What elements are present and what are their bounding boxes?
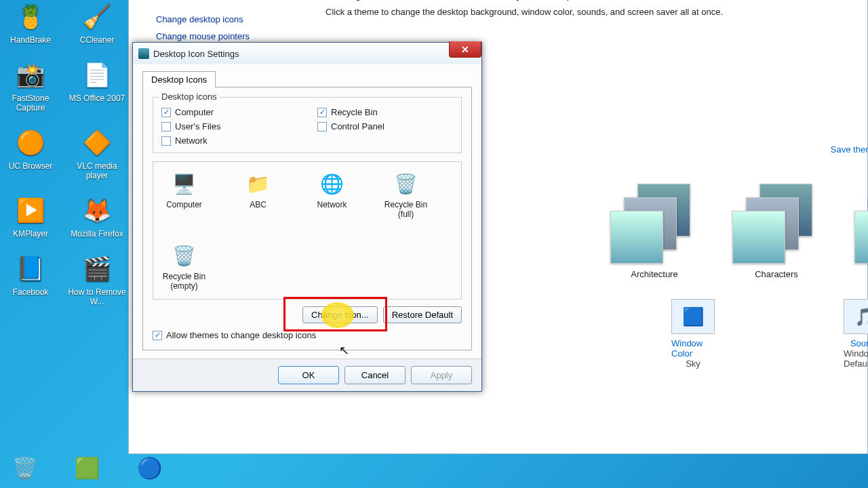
link-change-mouse-pointers[interactable]: Change mouse pointers <box>156 31 250 41</box>
app-icon: 🟠 <box>14 126 47 159</box>
app-icon: 📸 <box>14 58 47 91</box>
app-icon: ▶️ <box>14 194 47 226</box>
bottom-item[interactable]: 🟦Window ColorSky <box>671 299 715 369</box>
desktop-icon-settings-dialog: Desktop Icon Settings ✕ Desktop Icons De… <box>132 42 482 392</box>
icon-preview-label: Recycle Bin (empty) <box>159 272 210 291</box>
icon-preview-grid: 🖥️Computer📁ABC🌐Network🗑️Recycle Bin (ful… <box>153 161 462 300</box>
theme-thumb <box>732 184 821 265</box>
icon-item[interactable]: 🗑️Recycle Bin (empty) <box>159 242 210 291</box>
icon-item[interactable]: 📁ABC <box>233 170 283 219</box>
icon-preview-label: Network <box>317 200 347 209</box>
theme-label: Architecture <box>631 269 677 279</box>
desktop-icon[interactable]: 🧹CCleaner <box>71 0 123 45</box>
taskbar-icon[interactable]: 🔵 <box>133 451 165 484</box>
bottom-sublabel: Sky <box>686 359 701 369</box>
checkbox-label: Computer <box>175 107 214 117</box>
app-icon: 🍍 <box>14 0 47 33</box>
app-icon: 📘 <box>14 252 47 285</box>
dialog-title: Desktop Icon Settings <box>153 49 239 59</box>
icon-preview-icon: 🗑️ <box>393 170 420 197</box>
checkbox[interactable] <box>317 122 327 131</box>
checkbox-row: ✓Recycle Bin <box>317 107 453 117</box>
app-label: How to Remove W... <box>66 287 127 306</box>
tab-desktop-icons[interactable]: Desktop Icons <box>142 71 216 87</box>
checkbox[interactable]: ✓ <box>161 108 171 117</box>
app-label: Facebook <box>0 287 61 297</box>
apply-button[interactable]: Apply <box>411 366 472 384</box>
icon-preview-label: Computer <box>166 200 202 209</box>
app-label: VLC media player <box>66 161 127 180</box>
app-label: MS Office 2007 <box>66 94 127 103</box>
app-label: Mozilla Firefox <box>66 229 127 239</box>
desktop-icon[interactable]: 📄MS Office 2007 <box>71 58 123 113</box>
taskbar-icon[interactable]: 🟩 <box>71 451 103 484</box>
allow-themes-label: Allow themes to change desktop icons <box>166 330 316 340</box>
icon-item[interactable]: 🌐Network <box>307 170 357 219</box>
icon-button-row: Change Icon... Restore Default <box>153 306 462 323</box>
app-label: FastStone Capture <box>0 94 61 113</box>
desktop-icon[interactable]: 🍍HandBrake <box>4 0 57 45</box>
icon-preview-label: ABC <box>250 200 267 209</box>
allow-themes-checkbox[interactable]: ✓ <box>153 331 162 340</box>
app-label: UC Browser <box>0 161 61 171</box>
close-button[interactable]: ✕ <box>449 41 481 58</box>
group-title: Desktop icons <box>159 92 220 102</box>
restore-default-button[interactable]: Restore Default <box>383 306 462 323</box>
theme-item[interactable]: Architecture <box>610 184 698 279</box>
bottom-thumb-icon: 🎵 <box>844 299 868 334</box>
checkbox[interactable]: ✓ <box>317 108 327 117</box>
dialog-title-icon <box>138 48 149 59</box>
checkbox[interactable] <box>161 122 171 131</box>
theme-list: ArchitectureCharactersLandscapesNatur <box>610 184 868 279</box>
app-label: HandBrake <box>0 35 61 45</box>
dialog-button-row: OK Cancel Apply <box>133 359 481 391</box>
checkbox-label: Recycle Bin <box>331 107 378 117</box>
desktop-icon[interactable]: 🦊Mozilla Firefox <box>71 194 123 239</box>
allow-themes-row: ✓ Allow themes to change desktop icons <box>153 330 462 340</box>
page-title: Change the visuals and sounds on your co… <box>326 0 840 1</box>
change-icon-button[interactable]: Change Icon... <box>302 306 378 323</box>
checkbox-row: User's Files <box>161 121 297 131</box>
checkbox[interactable] <box>161 136 171 146</box>
checkbox-label: Network <box>175 136 208 146</box>
desktop-icon[interactable]: 📘Facebook <box>4 252 57 306</box>
desktop-icon[interactable]: 🟠UC Browser <box>4 126 57 180</box>
desktop-icon[interactable]: 🔶VLC media player <box>71 126 123 180</box>
cancel-button[interactable]: Cancel <box>344 366 406 384</box>
task-icons: 🗑️🟩🔵 <box>8 451 165 484</box>
theme-item[interactable]: Landscapes <box>854 184 868 279</box>
dialog-titlebar[interactable]: Desktop Icon Settings ✕ <box>133 43 481 64</box>
icon-item[interactable]: 🗑️Recycle Bin (full) <box>380 170 431 219</box>
icon-preview-icon: 📁 <box>245 170 272 197</box>
ok-button[interactable]: OK <box>278 366 339 384</box>
icon-preview-icon: 🖥️ <box>171 170 198 197</box>
link-change-desktop-icons[interactable]: Change desktop icons <box>156 14 250 24</box>
side-links: Change desktop icons Change mouse pointe… <box>156 14 250 41</box>
checkbox-label: User's Files <box>175 121 221 131</box>
desktop-icons-group: Desktop icons ✓Computer✓Recycle BinUser'… <box>153 97 462 153</box>
taskbar-icon[interactable]: 🗑️ <box>8 451 41 484</box>
app-icon: 🎬 <box>81 252 113 285</box>
app-label: KMPlayer <box>0 229 61 239</box>
desktop: Change desktop icons Change mouse pointe… <box>0 0 868 488</box>
desktop-icon[interactable]: ▶️KMPlayer <box>4 194 57 239</box>
checkbox-label: Control Panel <box>331 121 384 131</box>
app-icon: 🦊 <box>81 194 113 226</box>
checkbox-grid: ✓Computer✓Recycle BinUser's FilesControl… <box>161 107 453 146</box>
bottom-item[interactable]: 🎵SoundsWindows Default <box>844 299 868 369</box>
tab-panel: Desktop icons ✓Computer✓Recycle BinUser'… <box>142 87 472 350</box>
app-icon: 📄 <box>81 58 113 91</box>
theme-item[interactable]: Characters <box>732 184 821 279</box>
bottom-label: Sounds <box>850 338 868 348</box>
app-icon: 🔶 <box>81 126 113 159</box>
desktop-icon[interactable]: 🎬How to Remove W... <box>71 252 123 306</box>
bottom-label: Window Color <box>671 338 715 359</box>
theme-label: Characters <box>755 269 798 279</box>
theme-thumb <box>610 184 698 265</box>
checkbox-row: ✓Computer <box>161 107 297 117</box>
save-theme-link[interactable]: Save them <box>831 144 868 155</box>
checkbox-row: Control Panel <box>317 121 453 131</box>
bottom-thumb-icon: 🟦 <box>671 299 715 334</box>
icon-item[interactable]: 🖥️Computer <box>159 170 210 219</box>
desktop-icon[interactable]: 📸FastStone Capture <box>4 58 57 113</box>
